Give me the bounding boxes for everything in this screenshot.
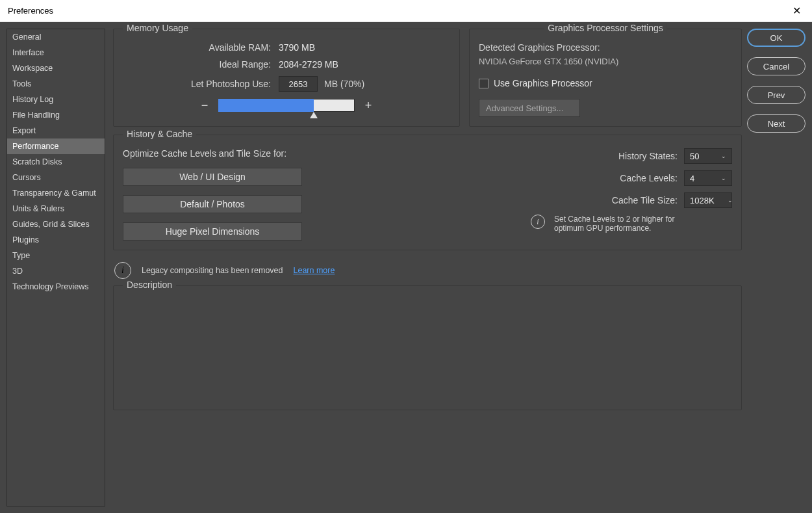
preset-default-photos-button[interactable]: Default / Photos xyxy=(123,195,302,213)
legacy-compositing-text: Legacy compositing has been removed xyxy=(142,266,283,275)
legacy-compositing-row: i Legacy compositing has been removed Le… xyxy=(113,258,742,285)
sidebar-item-guides-grid-slices[interactable]: Guides, Grid & Slices xyxy=(7,217,105,232)
cache-levels-dropdown[interactable]: 4 ⌄ xyxy=(684,170,732,186)
memory-slider[interactable] xyxy=(218,99,355,112)
cache-info-row: i Set Cache Levels to 2 or higher for op… xyxy=(531,215,732,233)
description-title: Description xyxy=(123,280,176,290)
sidebar-item-scratch-disks[interactable]: Scratch Disks xyxy=(7,154,105,170)
ok-button[interactable]: OK xyxy=(747,29,806,47)
sidebar-item-workspace[interactable]: Workspace xyxy=(7,60,105,76)
info-icon: i xyxy=(531,215,545,229)
chevron-down-icon: ⌄ xyxy=(713,175,726,181)
available-ram-value: 3790 MB xyxy=(279,42,315,53)
preset-web-ui-design-button[interactable]: Web / UI Design xyxy=(123,168,302,186)
optimize-label: Optimize Cache Levels and Tile Size for: xyxy=(123,148,531,159)
memory-usage-title: Memory Usage xyxy=(123,23,192,33)
gpu-settings-group: Graphics Processor Settings Detected Gra… xyxy=(469,29,742,127)
use-gpu-checkbox[interactable] xyxy=(479,79,488,88)
cache-tile-size-dropdown[interactable]: 1028K ⌄ xyxy=(684,192,732,208)
cache-tile-size-label: Cache Tile Size: xyxy=(612,195,678,205)
chevron-down-icon: ⌄ xyxy=(720,197,733,204)
close-icon[interactable]: ✕ xyxy=(786,1,807,21)
sidebar-item-type[interactable]: Type xyxy=(7,248,105,263)
memory-use-input[interactable] xyxy=(279,76,318,92)
gpu-settings-title: Graphics Processor Settings xyxy=(544,23,666,33)
detected-gpu-label: Detected Graphics Processor: xyxy=(479,42,732,53)
memory-increase-button[interactable]: + xyxy=(361,98,375,112)
cancel-button[interactable]: Cancel xyxy=(747,57,806,75)
sidebar-item-general[interactable]: General xyxy=(7,29,105,45)
cache-levels-label: Cache Levels: xyxy=(620,173,678,183)
window-title: Preferences xyxy=(8,6,53,16)
sidebar-item-3d[interactable]: 3D xyxy=(7,263,105,279)
sidebar-item-performance[interactable]: Performance xyxy=(7,138,105,154)
category-sidebar: GeneralInterfaceWorkspaceToolsHistory Lo… xyxy=(6,29,105,506)
preferences-panel: GeneralInterfaceWorkspaceToolsHistory Lo… xyxy=(0,22,812,513)
description-group: Description xyxy=(113,285,742,410)
available-ram-label: Available RAM: xyxy=(123,42,279,53)
ideal-range-value: 2084-2729 MB xyxy=(279,59,338,70)
history-cache-title: History & Cache xyxy=(123,129,196,139)
memory-decrease-button[interactable]: − xyxy=(197,98,212,112)
history-cache-group: History & Cache Optimize Cache Levels an… xyxy=(113,135,742,250)
sidebar-item-history-log[interactable]: History Log xyxy=(7,92,105,107)
memory-use-suffix: MB (70%) xyxy=(324,79,364,89)
sidebar-item-tools[interactable]: Tools xyxy=(7,76,105,92)
use-gpu-row[interactable]: Use Graphics Processor xyxy=(479,78,732,88)
preset-huge-pixel-dimensions-button[interactable]: Huge Pixel Dimensions xyxy=(123,222,302,241)
prev-button[interactable]: Prev xyxy=(747,86,806,104)
let-photoshop-use-label: Let Photoshop Use: xyxy=(123,79,279,89)
detected-gpu-value: NVIDIA GeForce GTX 1650 (NVIDIA) xyxy=(479,57,732,66)
chevron-down-icon: ⌄ xyxy=(713,153,726,159)
sidebar-item-interface[interactable]: Interface xyxy=(7,45,105,60)
history-states-label: History States: xyxy=(618,151,678,161)
content-column: Memory Usage Available RAM: 3790 MB Idea… xyxy=(113,29,742,506)
sidebar-item-units-rulers[interactable]: Units & Rulers xyxy=(7,201,105,217)
sidebar-item-technology-previews[interactable]: Technology Previews xyxy=(7,279,105,295)
learn-more-link[interactable]: Learn more xyxy=(294,266,335,275)
dialog-buttons: OK Cancel Prev Next xyxy=(747,29,806,506)
sidebar-item-file-handling[interactable]: File Handling xyxy=(7,107,105,123)
ideal-range-label: Ideal Range: xyxy=(123,59,279,70)
sidebar-item-cursors[interactable]: Cursors xyxy=(7,170,105,185)
sidebar-item-transparency-gamut[interactable]: Transparency & Gamut xyxy=(7,185,105,201)
sidebar-item-plugins[interactable]: Plugins xyxy=(7,232,105,248)
use-gpu-label: Use Graphics Processor xyxy=(494,78,592,88)
next-button[interactable]: Next xyxy=(747,114,806,133)
history-states-dropdown[interactable]: 50 ⌄ xyxy=(684,148,732,164)
info-icon: i xyxy=(114,262,131,279)
memory-usage-group: Memory Usage Available RAM: 3790 MB Idea… xyxy=(113,29,460,127)
titlebar: Preferences ✕ xyxy=(0,0,812,22)
cache-info-text: Set Cache Levels to 2 or higher for opti… xyxy=(554,215,691,233)
advanced-settings-button[interactable]: Advanced Settings... xyxy=(479,99,580,117)
sidebar-item-export[interactable]: Export xyxy=(7,123,105,138)
main-area: Memory Usage Available RAM: 3790 MB Idea… xyxy=(105,29,806,506)
